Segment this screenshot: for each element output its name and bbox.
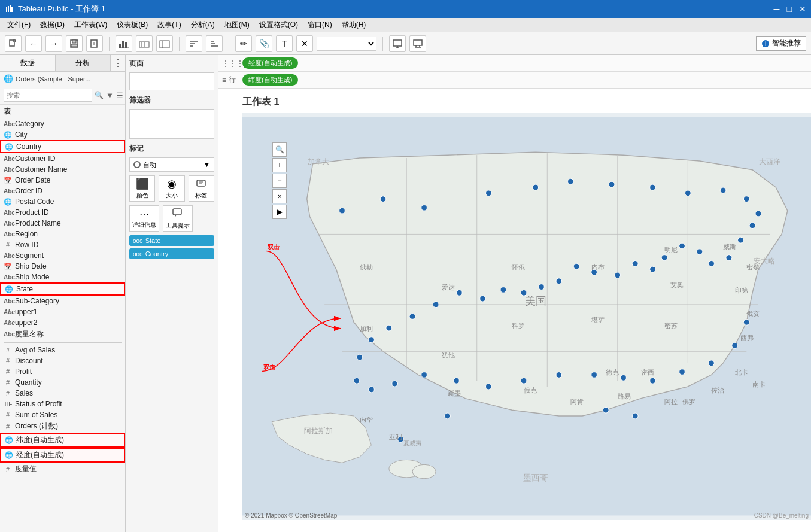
maximize-btn[interactable]: □	[787, 4, 792, 14]
cursor-btn[interactable]: ✕	[296, 35, 313, 52]
app-logo	[5, 4, 14, 15]
menu-analysis[interactable]: 分析(A)	[187, 19, 218, 31]
columns-pill[interactable]: 经度(自动生成)	[242, 57, 298, 69]
menu-map[interactable]: 地图(M)	[221, 19, 253, 31]
title-controls[interactable]: ─ □ ✕	[774, 4, 806, 14]
field-region[interactable]: Abc Region	[0, 229, 125, 239]
back-btn[interactable]: ←	[25, 35, 42, 52]
grid-icon[interactable]: ☰	[116, 91, 123, 100]
field-customer-name[interactable]: Abc Customer Name	[0, 164, 125, 175]
field-longitude[interactable]: 🌐 经度(自动生成)	[0, 448, 125, 463]
sort2-btn[interactable]	[206, 35, 223, 52]
search-input[interactable]	[4, 89, 92, 102]
menu-help[interactable]: 帮助(H)	[338, 19, 370, 31]
field-ship-date[interactable]: 📅 Ship Date	[0, 261, 125, 272]
tab-data[interactable]: 数据	[0, 55, 56, 71]
field-sales[interactable]: # Sales	[0, 388, 125, 399]
field-sub-category[interactable]: Abc Sub-Category	[0, 296, 125, 306]
detail-btn[interactable]: ⋯ 详细信息	[129, 205, 159, 232]
color-btn[interactable]: ⬛ 颜色	[129, 175, 155, 202]
field-measure-name[interactable]: Abc 度量名称	[0, 328, 125, 341]
field-discount[interactable]: # Discount	[0, 355, 125, 366]
pan-btn[interactable]: ▶	[272, 205, 287, 219]
search-map-btn[interactable]: 🔍	[272, 142, 287, 157]
tab-analysis[interactable]: 分析	[56, 55, 111, 71]
search-icon[interactable]: 🔍	[95, 91, 104, 99]
field-row-id[interactable]: # Row ID	[0, 239, 125, 250]
field-country[interactable]: 🌐 Country	[0, 140, 125, 153]
save-btn[interactable]	[66, 35, 83, 52]
zoom-out-btn[interactable]: −	[272, 174, 287, 188]
text-btn[interactable]: T	[276, 35, 293, 52]
svg-text:俄亥: 俄亥	[746, 311, 760, 318]
svg-rect-0	[6, 7, 7, 12]
filter-icon[interactable]: ▼	[106, 91, 114, 100]
field-product-id[interactable]: Abc Product ID	[0, 207, 125, 218]
sort1-btn[interactable]	[186, 35, 202, 52]
field-orders-count[interactable]: # Orders (计数)	[0, 420, 125, 433]
size-icon: ◉	[167, 177, 177, 190]
field-quantity[interactable]: # Quantity	[0, 377, 125, 388]
abc-icon: Abc	[4, 231, 12, 238]
hash-icon: #	[4, 390, 12, 397]
chart2-btn[interactable]	[136, 35, 153, 52]
field-order-id[interactable]: Abc Order ID	[0, 186, 125, 196]
svg-rect-15	[125, 42, 127, 48]
monitor-btn[interactable]	[409, 35, 426, 52]
marks-type-dropdown[interactable]: 自动 ▼	[129, 157, 214, 172]
menu-file[interactable]: 文件(F)	[4, 19, 34, 31]
size-btn[interactable]: ◉ 大小	[159, 175, 184, 202]
field-upper1[interactable]: Abc upper1	[0, 306, 125, 317]
field-category[interactable]: Abc Category	[0, 118, 125, 129]
zoom-in-btn[interactable]: +	[272, 158, 287, 172]
smart-recommend-btn[interactable]: i 智能推荐	[756, 36, 806, 51]
menu-worksheet[interactable]: 工作表(W)	[71, 19, 111, 31]
chart3-btn[interactable]	[156, 35, 173, 52]
tooltip-btn[interactable]: 工具提示	[163, 205, 193, 232]
chart-btn[interactable]	[116, 35, 132, 52]
field-state[interactable]: 🌐 State	[0, 282, 125, 296]
present-btn[interactable]	[389, 35, 406, 52]
new-btn[interactable]	[5, 35, 22, 52]
menu-format[interactable]: 设置格式(O)	[256, 19, 302, 31]
map-container[interactable]: 美国 阿拉斯加 夏威夷 加拿大 大西洋 墨西哥 安大略	[242, 113, 811, 520]
svg-text:德克: 德克	[606, 369, 619, 376]
font-dropdown[interactable]	[317, 37, 376, 51]
field-status-profit[interactable]: TlF Status of Profit	[0, 399, 125, 409]
field-sum-sales[interactable]: # Sum of Sales	[0, 409, 125, 420]
close-btn[interactable]: ✕	[799, 4, 806, 14]
country-pill[interactable]: ooo Country	[129, 248, 214, 259]
abc-icon: Abc	[4, 320, 12, 326]
field-avg-sales[interactable]: # Avg of Sales	[0, 345, 125, 355]
clip-btn[interactable]: 📎	[256, 35, 272, 52]
abc-icon: Abc	[4, 220, 12, 227]
field-order-date[interactable]: 📅 Order Date	[0, 175, 125, 186]
field-segment[interactable]: Abc Segment	[0, 250, 125, 261]
menu-window[interactable]: 窗口(N)	[304, 19, 336, 31]
svg-rect-37	[197, 180, 205, 186]
state-pill[interactable]: ooo State	[129, 235, 214, 246]
field-city[interactable]: 🌐 City	[0, 129, 125, 140]
field-measure-value[interactable]: # 度量值	[0, 463, 125, 475]
field-customer-id[interactable]: Abc Customer ID	[0, 153, 125, 164]
menu-story[interactable]: 故事(T)	[154, 19, 184, 31]
rows-pill[interactable]: 纬度(自动生成)	[242, 74, 298, 86]
field-upper2[interactable]: Abc upper2	[0, 317, 125, 328]
menu-data[interactable]: 数据(D)	[37, 19, 68, 31]
pen-btn[interactable]: ✏	[235, 35, 252, 52]
left-panel-menu[interactable]: ⋮	[111, 55, 125, 71]
columns-grid-icon: ⋮⋮⋮	[222, 59, 244, 68]
forward-btn[interactable]: →	[45, 35, 62, 52]
field-profit[interactable]: # Profit	[0, 366, 125, 377]
field-ship-mode[interactable]: Abc Ship Mode	[0, 272, 125, 282]
rows-list-icon: ≡	[222, 76, 226, 84]
zoom-fit-btn[interactable]: ✕	[272, 189, 287, 203]
field-product-name[interactable]: Abc Product Name	[0, 218, 125, 229]
menu-dashboard[interactable]: 仪表板(B)	[113, 19, 151, 31]
field-postal-code[interactable]: 🌐 Postal Code	[0, 196, 125, 207]
marks-icons-row: ⬛ 颜色 ◉ 大小 标签	[129, 175, 214, 202]
save-as-btn[interactable]	[86, 35, 103, 52]
minimize-btn[interactable]: ─	[774, 4, 780, 14]
label-btn[interactable]: 标签	[189, 175, 214, 202]
field-latitude[interactable]: 🌐 纬度(自动生成)	[0, 433, 125, 448]
